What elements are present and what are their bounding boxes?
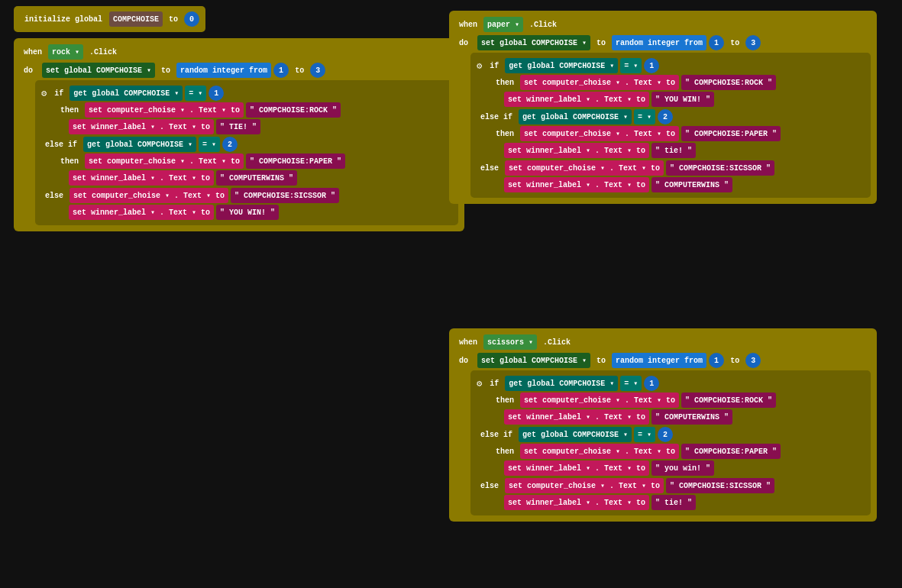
paper-elseif1: else if	[477, 109, 516, 124]
scissors-str-scissor[interactable]: " COMPCHOISE:SICSSOR "	[666, 478, 774, 493]
paper-str-compwins[interactable]: " COMPUTERWINS "	[651, 177, 732, 192]
paper-set-win2[interactable]: set winner_label ▾ . Text ▾ to	[504, 143, 649, 158]
scissors-event: .Click	[539, 334, 574, 350]
paper-component[interactable]: paper ▾	[483, 17, 523, 32]
rock-if: if	[50, 86, 67, 101]
rock-str-paper[interactable]: " COMPCHOISE:PAPER "	[246, 153, 345, 169]
rock-set-global[interactable]: set global COMPCHOISE ▾	[42, 63, 155, 78]
rock-eq2[interactable]: = ▾	[199, 137, 220, 152]
paper-to-val[interactable]: 3	[745, 35, 761, 50]
paper-eq1[interactable]: = ▾	[620, 58, 642, 73]
rock-str-tie[interactable]: " TIE! "	[216, 119, 260, 134]
rock-component[interactable]: rock ▾	[48, 44, 83, 60]
scissors-set-comp1[interactable]: set computer_choise ▾ . Text ▾ to	[520, 393, 679, 408]
paper-str-scissor[interactable]: " COMPCHOISE:SICSSOR "	[666, 160, 774, 176]
scissors-set-win2[interactable]: set winner_label ▾ . Text ▾ to	[504, 460, 649, 476]
rock-set-comp1[interactable]: set computer_choise ▾ . Text ▾ to	[85, 102, 244, 118]
paper-set-comp2[interactable]: set computer_choise ▾ . Text ▾ to	[520, 126, 679, 141]
paper-str-paper[interactable]: " COMPCHOISE:PAPER "	[681, 126, 781, 141]
rock-to-val[interactable]: 3	[310, 63, 325, 78]
rock-when: when	[20, 44, 46, 60]
paper-else1: else	[477, 160, 503, 176]
rock-elseif1: else if	[41, 137, 81, 152]
scissors-str-paper[interactable]: " COMPCHOISE:PAPER "	[681, 444, 781, 459]
paper-str-tie[interactable]: " tie! "	[651, 143, 696, 158]
scissors-val1[interactable]: 1	[644, 376, 659, 391]
paper-do: do	[455, 35, 472, 50]
scissors-if: if	[486, 376, 503, 391]
scissors-eq1[interactable]: = ▾	[620, 376, 642, 391]
paper-get1[interactable]: get global COMPCHOISE ▾	[505, 58, 618, 73]
scissors-from-val[interactable]: 1	[709, 353, 724, 368]
scissors-str-tie[interactable]: " tie! "	[651, 495, 696, 510]
scissors-get2[interactable]: get global COMPCHOISE ▾	[519, 427, 632, 442]
paper-val1[interactable]: 1	[644, 58, 659, 73]
scissors-str-youwin[interactable]: " you win! "	[651, 460, 714, 476]
init-block: initialize global COMPCHOISE to 0	[14, 6, 205, 32]
paper-set-win1[interactable]: set winner_label ▾ . Text ▾ to	[504, 92, 649, 107]
scissors-then1: then	[492, 393, 518, 408]
scissors-eq2[interactable]: = ▾	[634, 427, 655, 442]
rock-set-win1[interactable]: set winner_label ▾ . Text ▾ to	[69, 119, 214, 134]
paper-block: when paper ▾ .Click do set global COMPCH…	[449, 11, 877, 204]
paper-val2[interactable]: 2	[658, 109, 673, 124]
scissors-elseif1: else if	[477, 427, 516, 442]
paper-set-win3[interactable]: set winner_label ▾ . Text ▾ to	[504, 177, 649, 192]
scissors-then2: then	[492, 444, 518, 459]
rock-val1[interactable]: 1	[209, 86, 224, 101]
rock-set-win2[interactable]: set winner_label ▾ . Text ▾ to	[69, 170, 214, 186]
paper-set-comp3[interactable]: set computer_choise ▾ . Text ▾ to	[505, 160, 664, 176]
rock-set-comp2[interactable]: set computer_choise ▾ . Text ▾ to	[85, 153, 244, 169]
rock-random[interactable]: random integer from	[176, 63, 271, 78]
rock-str-youwin[interactable]: " YOU WIN! "	[216, 205, 279, 220]
paper-then2: then	[492, 126, 518, 141]
rock-str-compwins[interactable]: " COMPUTERWINS "	[216, 170, 297, 186]
scissors-get1[interactable]: get global COMPCHOISE ▾	[505, 376, 618, 391]
scissors-when: when	[455, 334, 481, 350]
paper-set-global[interactable]: set global COMPCHOISE ▾	[477, 35, 590, 50]
paper-set-comp1[interactable]: set computer_choise ▾ . Text ▾ to	[520, 75, 679, 90]
rock-get2[interactable]: get global COMPCHOISE ▾	[83, 137, 196, 152]
rock-str-scissor[interactable]: " COMPCHOISE:SICSSOR "	[231, 188, 339, 203]
scissors-str-rock[interactable]: " COMPCHOISE:ROCK "	[681, 393, 776, 408]
rock-do: do	[20, 63, 37, 78]
rock-set-comp3[interactable]: set computer_choise ▾ . Text ▾ to	[70, 188, 228, 203]
scissors-set-win3[interactable]: set winner_label ▾ . Text ▾ to	[504, 495, 649, 510]
paper-then1: then	[492, 75, 518, 90]
scissors-set-global[interactable]: set global COMPCHOISE ▾	[477, 353, 590, 368]
paper-from-val[interactable]: 1	[709, 35, 724, 50]
scissors-block: when scissors ▾ .Click do set global COM…	[449, 328, 877, 522]
rock-block: when rock ▾ .Click do set global COMPCHO…	[14, 38, 464, 231]
rock-str-rock[interactable]: " COMPCHOISE:ROCK "	[246, 102, 341, 118]
scissors-component[interactable]: scissors ▾	[483, 334, 537, 350]
rock-from-val[interactable]: 1	[273, 63, 289, 78]
rock-else1: else	[41, 188, 67, 203]
paper-when: when	[455, 17, 481, 32]
rock-event: .Click	[86, 44, 121, 60]
scissors-set-comp2[interactable]: set computer_choise ▾ . Text ▾ to	[520, 444, 679, 459]
scissors-random[interactable]: random integer from	[612, 353, 706, 368]
scissors-set-comp3[interactable]: set computer_choise ▾ . Text ▾ to	[505, 478, 664, 493]
paper-if: if	[486, 58, 503, 73]
scissors-val2[interactable]: 2	[658, 427, 673, 442]
paper-get2[interactable]: get global COMPCHOISE ▾	[519, 109, 632, 124]
paper-str-youwin[interactable]: " YOU WIN! "	[651, 92, 714, 107]
scissors-else1: else	[477, 478, 503, 493]
rock-get1[interactable]: get global COMPCHOISE ▾	[70, 86, 183, 101]
paper-event: .Click	[525, 17, 561, 32]
init-varname[interactable]: COMPCHOISE	[109, 11, 163, 27]
init-value[interactable]: 0	[184, 11, 199, 27]
paper-eq2[interactable]: = ▾	[634, 109, 655, 124]
paper-str-rock[interactable]: " COMPCHOISE:ROCK "	[681, 75, 776, 90]
rock-then1: then	[57, 102, 82, 118]
scissors-to-val[interactable]: 3	[745, 353, 761, 368]
rock-val2[interactable]: 2	[222, 137, 238, 152]
init-to: to	[165, 11, 182, 27]
rock-then2: then	[57, 153, 82, 169]
rock-set-win3[interactable]: set winner_label ▾ . Text ▾ to	[69, 205, 214, 220]
scissors-do: do	[455, 353, 472, 368]
rock-eq1[interactable]: = ▾	[185, 86, 206, 101]
scissors-set-win1[interactable]: set winner_label ▾ . Text ▾ to	[504, 409, 649, 425]
scissors-str-compwins[interactable]: " COMPUTERWINS "	[651, 409, 732, 425]
paper-random[interactable]: random integer from	[612, 35, 706, 50]
